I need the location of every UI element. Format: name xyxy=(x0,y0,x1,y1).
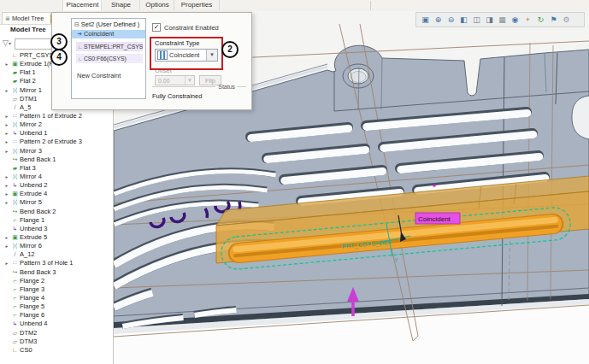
tree-item-label: CS0 xyxy=(20,346,32,355)
constraint-tag[interactable]: Coincident xyxy=(415,213,460,224)
tree-item-unbend-1[interactable]: ▸↳Unbend 1 xyxy=(0,129,114,138)
tree-item-dtm2[interactable]: ▱DTM2 xyxy=(0,329,114,338)
tree-item-flange-4[interactable]: ⌐Flange 4 xyxy=(0,294,114,302)
active-constraint-row[interactable]: ➔Coincident xyxy=(72,30,145,38)
annotation-display-icon[interactable]: ⚑ xyxy=(547,14,560,26)
expander-icon[interactable]: ▸ xyxy=(3,259,10,267)
mirror-icon: ⟩⟨ xyxy=(10,86,20,95)
appearance-icon[interactable]: ▦ xyxy=(496,14,509,26)
tree-item-label: Pattern 3 of Hole 1 xyxy=(20,259,74,267)
tree-item-flat-3[interactable]: ▰Flat 3 xyxy=(0,164,114,173)
refit-icon[interactable]: ▣ xyxy=(419,14,432,26)
placement-panel: ⊟ Set2 (User Defined ) ➔Coincident ∟STEM… xyxy=(51,12,252,110)
flat-icon: ▰ xyxy=(10,68,20,77)
filter-funnel-icon[interactable]: ▽▾ xyxy=(3,38,11,47)
ribbon-tab-bar: Placement Shape Options Properties xyxy=(0,0,589,12)
tree-item-extrude-5[interactable]: ▸▣Extrude 5 xyxy=(0,233,114,242)
tab-shape[interactable]: Shape xyxy=(101,0,141,10)
tree-item-label: Flange 1 xyxy=(20,216,44,225)
spin-center-icon[interactable]: ↻ xyxy=(534,14,547,26)
y-axis-label: Y xyxy=(394,257,398,263)
tree-item-extrude-4[interactable]: ▸▣Extrude 4 xyxy=(0,190,114,198)
tree-item-unbend-2[interactable]: ▸↳Unbend 2 xyxy=(0,181,114,190)
reference-row-1[interactable]: ∟STEMPEL:PRT_CSYS_DE xyxy=(76,42,143,51)
callout-4: 4 xyxy=(50,49,68,66)
constraint-type-dropdown[interactable]: Coincident ▼ xyxy=(155,49,218,62)
new-constraint-item[interactable]: New Constraint xyxy=(77,72,121,79)
callout-3: 3 xyxy=(50,33,68,50)
constraint-enabled-checkbox[interactable]: ✓ xyxy=(152,23,161,32)
tree-item-cs0[interactable]: ∟CS0 xyxy=(0,346,114,355)
pattern-icon: ∷ xyxy=(10,112,20,120)
tree-item-label: Bend Back 3 xyxy=(20,268,56,277)
tree-item-unbend-3[interactable]: ↳Unbend 3 xyxy=(0,225,114,233)
tree-item-bend-back-1[interactable]: ↪Bend Back 1 xyxy=(0,156,114,164)
zoom-in-icon[interactable]: ⊕ xyxy=(432,14,445,26)
display-style-icon[interactable]: ◫ xyxy=(470,14,483,26)
expander-icon[interactable]: ▸ xyxy=(3,147,10,156)
reference-row-2[interactable]: ∟CS0:F66(CSYS) xyxy=(76,54,143,63)
expander-icon[interactable]: ▸ xyxy=(3,86,10,95)
mirror-icon: ⟩⟨ xyxy=(10,120,20,129)
repaint-icon[interactable]: ◧ xyxy=(457,14,470,26)
expander-icon[interactable]: ▸ xyxy=(3,233,10,242)
tree-item-pattern-1-of-extrude-2[interactable]: ▸∷Pattern 1 of Extrude 2 xyxy=(0,112,114,120)
tab-properties[interactable]: Properties xyxy=(174,0,220,10)
expander-icon[interactable]: ▸ xyxy=(3,242,10,250)
collapse-icon[interactable]: ⊟ xyxy=(74,21,81,27)
tree-icon: ≣ xyxy=(5,15,10,21)
dropdown-arrow-icon[interactable]: ▼ xyxy=(206,50,217,61)
expander-icon[interactable]: ▸ xyxy=(3,190,10,198)
tree-item-pattern-2-of-extrude-3[interactable]: ▸∷Pattern 2 of Extrude 3 xyxy=(0,138,114,146)
datum-point xyxy=(433,184,436,187)
expander-icon[interactable]: ▸ xyxy=(3,129,10,138)
constraint-set-row[interactable]: ⊟ Set2 (User Defined ) xyxy=(74,21,139,28)
expander-icon[interactable]: ▸ xyxy=(3,60,10,68)
tree-item-pattern-3-of-hole-1[interactable]: ▸∷Pattern 3 of Hole 1 xyxy=(0,259,114,267)
unbend-icon: ↳ xyxy=(10,181,20,190)
constraint-enabled-label: Constraint Enabled xyxy=(164,24,219,32)
tree-item-flange-1[interactable]: ⌐Flange 1 xyxy=(0,216,114,225)
tree-item-label: A_5 xyxy=(20,103,31,112)
tree-item-flange-2[interactable]: ⌐Flange 2 xyxy=(0,277,114,285)
tree-item-mirror-4[interactable]: ▸⟩⟨Mirror 4 xyxy=(0,173,114,181)
model-tree-tab[interactable]: ≣Model Tree xyxy=(2,12,51,24)
expander-icon[interactable]: ▸ xyxy=(3,173,10,181)
flange-icon: ⌐ xyxy=(10,294,20,302)
tree-item-a-12[interactable]: /A_12 xyxy=(0,250,114,259)
tree-item-mirror-2[interactable]: ▸⟩⟨Mirror 2 xyxy=(0,120,114,129)
tab-placement[interactable]: Placement xyxy=(62,0,103,11)
expander-icon[interactable]: ▸ xyxy=(3,198,10,207)
datum-display-icon[interactable]: + xyxy=(521,14,534,26)
graphics-settings-icon[interactable]: ⚙ xyxy=(560,14,573,26)
flange-icon: ⌐ xyxy=(10,285,20,294)
plane-icon: ▱ xyxy=(10,95,20,103)
bendback-icon: ↪ xyxy=(10,208,20,216)
tree-item-dtm3[interactable]: ▱DTM3 xyxy=(0,338,114,346)
tree-item-label: Mirror 2 xyxy=(20,120,42,129)
plane-icon: ▱ xyxy=(10,329,20,338)
view-manager-icon[interactable]: ◉ xyxy=(509,14,521,26)
expander-icon[interactable]: ▸ xyxy=(3,181,10,190)
expander-icon[interactable]: ▸ xyxy=(3,138,10,146)
tree-item-bend-back-2[interactable]: ↪Bend Back 2 xyxy=(0,208,114,216)
tree-item-bend-back-3[interactable]: ↪Bend Back 3 xyxy=(0,268,114,277)
tree-item-flange-3[interactable]: ⌐Flange 3 xyxy=(0,285,114,294)
tree-item-mirror-6[interactable]: ▸⟩⟨Mirror 6 xyxy=(0,242,114,250)
tree-item-unbend-4[interactable]: ↳Unbend 4 xyxy=(0,320,114,328)
expander-icon[interactable]: ▸ xyxy=(3,120,10,129)
constraint-enabled-row: ✓ Constraint Enabled xyxy=(152,23,219,32)
saved-orientations-icon[interactable]: ◨ xyxy=(483,14,496,26)
zoom-out-icon[interactable]: ⊖ xyxy=(445,14,457,26)
tree-item-mirror-5[interactable]: ▸⟩⟨Mirror 5 xyxy=(0,198,114,207)
tab-options[interactable]: Options xyxy=(139,0,175,10)
status-label: Status xyxy=(218,84,235,90)
expander-icon[interactable]: ▸ xyxy=(3,112,10,120)
tree-item-flange-6[interactable]: ⌐Flange 6 xyxy=(0,311,114,320)
tree-item-flange-5[interactable]: ⌐Flange 5 xyxy=(0,302,114,311)
bendback-icon: ↪ xyxy=(10,156,20,164)
tree-item-label: Mirror 1 xyxy=(20,86,42,95)
pattern-icon: ∷ xyxy=(10,138,20,146)
tree-item-mirror-3[interactable]: ▸⟩⟨Mirror 3 xyxy=(0,147,114,156)
tree-item-label: Mirror 5 xyxy=(20,198,42,207)
